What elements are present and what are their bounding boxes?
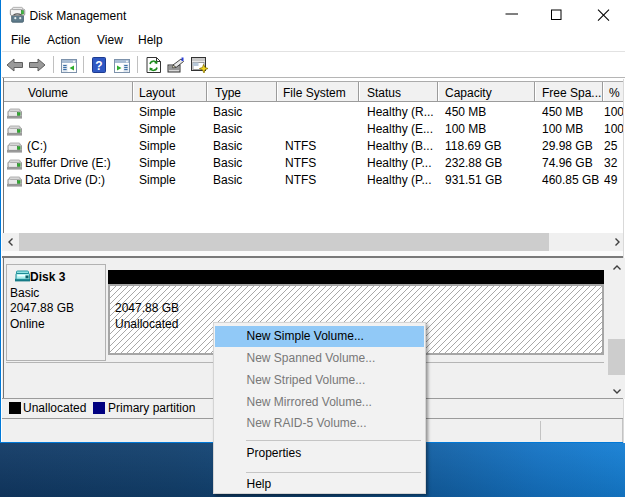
svg-text:?: ? xyxy=(95,59,102,73)
